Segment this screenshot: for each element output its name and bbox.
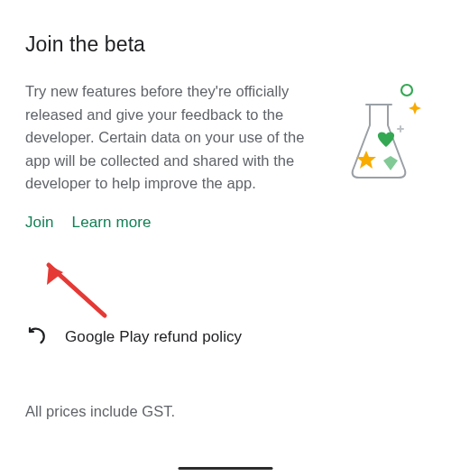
beta-title: Join the beta	[25, 32, 426, 57]
svg-point-0	[401, 85, 412, 96]
refund-policy-row[interactable]: Google Play refund policy	[25, 325, 242, 350]
learn-more-button[interactable]: Learn more	[72, 214, 152, 232]
undo-icon	[25, 325, 47, 350]
beaker-icon	[340, 80, 426, 190]
gst-note: All prices include GST.	[25, 403, 175, 420]
home-indicator[interactable]	[179, 467, 273, 471]
beta-description: Try new features before they're official…	[25, 80, 333, 196]
refund-policy-label: Google Play refund policy	[65, 328, 242, 346]
join-button[interactable]: Join	[25, 214, 54, 232]
